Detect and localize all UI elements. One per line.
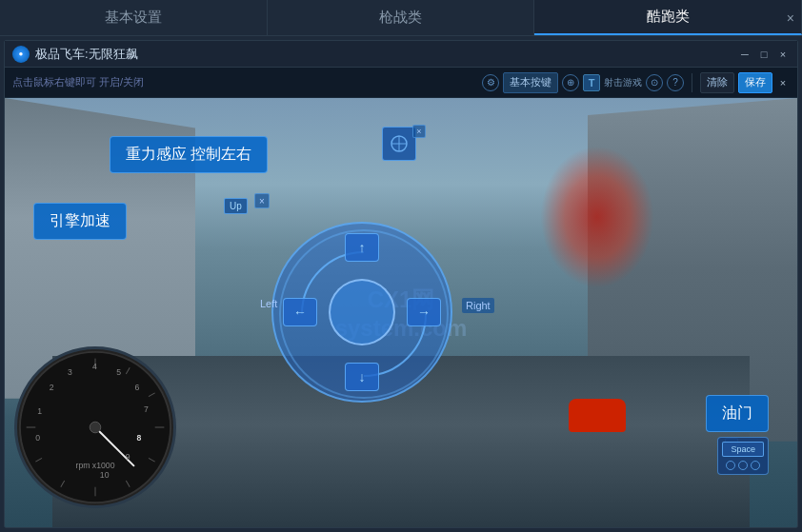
- svg-text:1: 1: [37, 406, 42, 416]
- tab-shooting[interactable]: 枪战类: [268, 0, 535, 35]
- svg-text:4: 4: [92, 362, 97, 371]
- toolbar: 点击鼠标右键即可 开启/关闭 ⚙ 基本按键 ⊕ T 射击游戏 ⊙ ? 清除 保存…: [5, 68, 797, 98]
- dpad-outer[interactable]: ↑ ↓ ← →: [271, 222, 452, 403]
- clear-button[interactable]: 清除: [700, 72, 734, 93]
- game-viewport: CX1网system.com 重力感应 控制左右 × 引擎加速 Up ×: [5, 98, 797, 527]
- svg-text:2: 2: [50, 383, 54, 392]
- gp-circle-1: [726, 461, 735, 470]
- tab-bar: 基本设置 枪战类 酷跑类 ×: [0, 0, 802, 36]
- svg-text:5: 5: [116, 367, 121, 377]
- speedometer: rpm x1000 0 1 2 3 4 5 6 7 8 9 10: [14, 346, 186, 518]
- app-icon: ●: [12, 46, 30, 63]
- svg-text:7: 7: [144, 404, 149, 414]
- svg-text:3: 3: [68, 367, 72, 377]
- basic-keys-button[interactable]: 基本按键: [503, 72, 558, 93]
- shoot-game-label: 射击游戏: [604, 76, 642, 89]
- save-button[interactable]: 保存: [738, 72, 772, 93]
- gravity-label[interactable]: 重力感应 控制左右: [110, 136, 268, 173]
- toolbar-close-button[interactable]: ×: [776, 76, 790, 89]
- minimize-button[interactable]: ─: [738, 48, 752, 61]
- svg-text:0: 0: [35, 433, 40, 443]
- space-indicator[interactable]: Space: [717, 437, 769, 475]
- joystick-icon[interactable]: ⊙: [646, 74, 663, 91]
- tab-basic-settings[interactable]: 基本设置: [0, 0, 268, 35]
- dpad-left-label: Left: [260, 298, 277, 309]
- dpad-inner-circle: [329, 279, 395, 345]
- key-icon[interactable]: ⊕: [562, 74, 579, 91]
- engine-label[interactable]: 引擎加速: [33, 203, 127, 240]
- smoke-effect: [540, 146, 654, 288]
- gamepad-icon: [726, 461, 760, 470]
- dpad-container: ↑ ↓ ← →: [271, 222, 452, 403]
- speedometer-dial: rpm x1000 0 1 2 3 4 5 6 7 8 9 10: [14, 346, 176, 508]
- gp-circle-2: [738, 461, 748, 470]
- svg-text:6: 6: [134, 383, 139, 392]
- svg-text:rpm x1000: rpm x1000: [76, 461, 115, 470]
- tab-close-icon[interactable]: ×: [787, 10, 794, 26]
- dpad-up-arrow[interactable]: ↑: [345, 233, 379, 262]
- gp-circle-3: [751, 461, 760, 470]
- window-title: 极品飞车:无限狂飙: [35, 46, 738, 63]
- dpad-down-arrow[interactable]: ↓: [345, 363, 379, 391]
- dpad-left-arrow[interactable]: ←: [283, 298, 317, 326]
- gravity-close-icon[interactable]: ×: [412, 125, 426, 138]
- dpad-right-label: Right: [462, 298, 494, 313]
- svg-point-16: [90, 422, 101, 433]
- up-close-icon[interactable]: ×: [254, 193, 270, 208]
- help-icon[interactable]: ?: [667, 74, 684, 91]
- svg-text:10: 10: [100, 470, 110, 480]
- up-indicator[interactable]: Up: [224, 198, 248, 214]
- inner-window: ● 极品飞车:无限狂飙 ─ □ × 点击鼠标右键即可 开启/关闭 ⚙ 基本按键 …: [4, 40, 798, 528]
- dpad-right-arrow[interactable]: →: [407, 298, 441, 326]
- red-car: [569, 399, 626, 432]
- text-icon[interactable]: T: [583, 74, 600, 91]
- window-titlebar: ● 极品飞车:无限狂飙 ─ □ ×: [5, 41, 797, 68]
- space-key: Space: [722, 442, 764, 457]
- svg-text:9: 9: [126, 452, 130, 462]
- toolbar-hint: 点击鼠标右键即可 开启/关闭: [12, 75, 478, 89]
- maximize-button[interactable]: □: [757, 48, 771, 61]
- window-controls: ─ □ ×: [738, 48, 790, 61]
- tab-racing[interactable]: 酷跑类: [534, 0, 802, 35]
- toolbar-divider: [692, 73, 692, 92]
- gravity-box[interactable]: [382, 127, 416, 161]
- svg-text:8: 8: [136, 433, 141, 443]
- close-button[interactable]: ×: [776, 48, 790, 61]
- settings-icon[interactable]: ⚙: [482, 74, 499, 91]
- main-content: ● 极品飞车:无限狂飙 ─ □ × 点击鼠标右键即可 开启/关闭 ⚙ 基本按键 …: [0, 36, 802, 532]
- speedometer-svg: rpm x1000 0 1 2 3 4 5 6 7 8 9 10: [17, 349, 173, 505]
- throttle-label[interactable]: 油门: [706, 395, 769, 432]
